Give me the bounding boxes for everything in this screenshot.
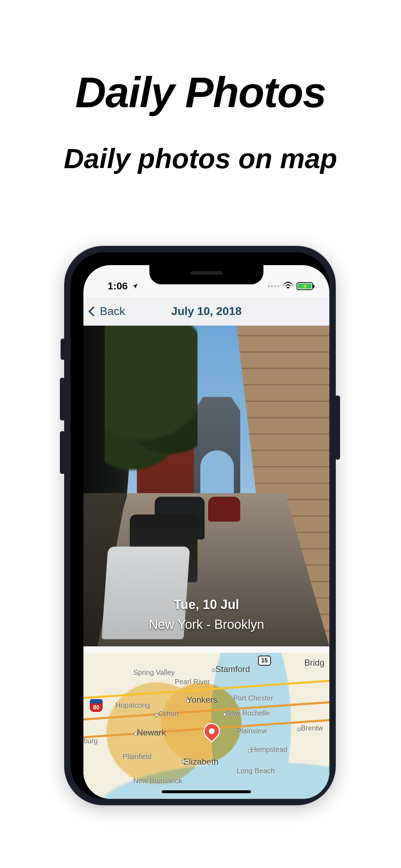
phone-mute-switch xyxy=(61,339,65,360)
location-icon xyxy=(132,280,138,292)
map-label: Bridg xyxy=(304,658,324,668)
map-city-dot xyxy=(248,749,252,753)
interstate-shield-icon: 80 xyxy=(90,699,103,712)
map-city-dot xyxy=(297,728,301,731)
battery-charging-icon: ⚡ xyxy=(297,282,313,290)
promo-subtitle: Daily photos on map xyxy=(0,143,401,175)
map-label: Plainview xyxy=(237,727,267,735)
promo-title: Daily Photos xyxy=(0,68,401,117)
phone-frame: 1:06 ⚡ Back July 10, 2018 xyxy=(64,246,336,805)
cellular-dots-icon xyxy=(268,285,279,287)
map-city-dot xyxy=(212,668,215,672)
status-time: 1:06 xyxy=(108,280,128,292)
phone-power-button xyxy=(335,396,340,460)
phone-speaker xyxy=(190,271,222,275)
phone-volume-up xyxy=(60,378,65,420)
map-city-dot xyxy=(134,732,138,735)
navigation-bar: Back July 10, 2018 xyxy=(83,297,329,326)
map-label: Plainfield xyxy=(123,753,151,761)
map-city-dot xyxy=(182,760,185,763)
map-label: Stamford xyxy=(215,664,250,674)
map-label: Spring Valley xyxy=(133,668,175,677)
photo-caption: Tue, 10 Jul New York - Brooklyn xyxy=(83,597,329,632)
map-label: Yonkers xyxy=(187,695,217,705)
daily-photo[interactable]: Tue, 10 Jul New York - Brooklyn xyxy=(83,326,329,646)
phone-notch xyxy=(149,265,263,284)
phone-volume-down xyxy=(60,431,65,474)
map-label: Elizabeth xyxy=(183,757,219,767)
map-view[interactable]: 80 15 Spring ValleyStamfordBridgPearl Ri… xyxy=(83,653,329,799)
chevron-left-icon xyxy=(88,306,98,316)
map-label: Hopatcong xyxy=(115,701,150,709)
map-label: New Brunswick xyxy=(133,777,182,785)
map-label: Hempstead xyxy=(251,745,287,754)
photo-location-label: New York - Brooklyn xyxy=(83,617,329,632)
wifi-icon xyxy=(283,281,293,291)
map-city-dot xyxy=(186,699,190,703)
map-city-dot xyxy=(155,713,158,717)
phone-screen: 1:06 ⚡ Back July 10, 2018 xyxy=(83,265,329,799)
map-label: burg xyxy=(83,737,98,745)
map-label: Newark xyxy=(137,728,166,738)
route-shield-icon: 15 xyxy=(258,656,271,666)
map-label: Brentw xyxy=(301,724,323,732)
map-label: New Rochelle xyxy=(226,709,270,717)
back-label: Back xyxy=(100,305,125,318)
home-indicator[interactable] xyxy=(162,790,251,793)
map-label: Pearl River xyxy=(175,678,210,686)
map-label: Clifton xyxy=(158,710,179,718)
map-city-dot xyxy=(223,713,227,716)
back-button[interactable]: Back xyxy=(83,305,125,318)
photo-date-label: Tue, 10 Jul xyxy=(83,597,329,612)
map-label: Port Chester xyxy=(233,694,273,702)
map-label: Long Beach xyxy=(237,767,275,775)
